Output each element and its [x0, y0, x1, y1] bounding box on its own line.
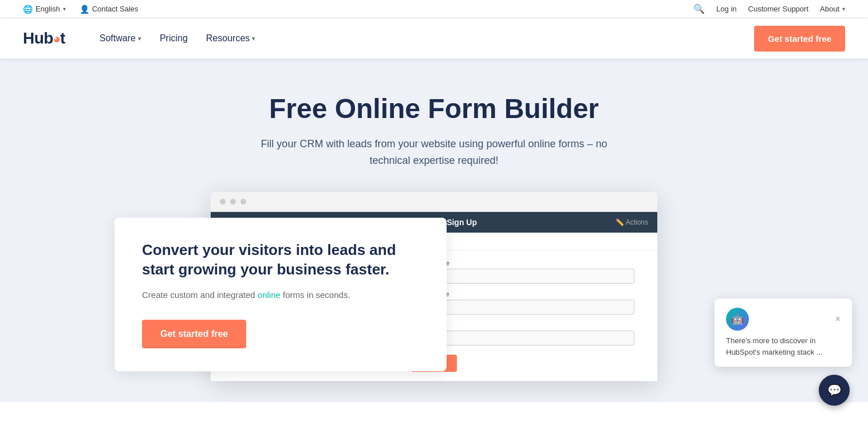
get-started-nav-button[interactable]: Get started free: [754, 26, 845, 52]
pricing-label: Pricing: [160, 33, 188, 44]
chat-bubble[interactable]: 💬: [819, 375, 850, 402]
top-bar: 🌐 English ▾ 👤 Contact Sales 🔍 Log in Cus…: [0, 0, 868, 18]
search-icon[interactable]: 🔍: [693, 3, 705, 14]
chat-tooltip-header: 🤖 ×: [726, 308, 841, 331]
logo-dot: [54, 37, 60, 42]
chat-tooltip-text: There's more to discover in HubSpot's ma…: [726, 335, 841, 358]
chevron-down-icon-software: ▾: [138, 35, 141, 42]
hero-title: Free Online Form Builder: [23, 93, 845, 124]
software-label: Software: [100, 33, 136, 44]
contact-sales-label: Contact Sales: [92, 5, 139, 13]
globe-icon: 🌐: [23, 5, 33, 14]
hero-card-title: Convert your visitors into leads and sta…: [142, 241, 419, 280]
customer-support-link[interactable]: Customer Support: [748, 5, 809, 13]
browser-chrome: [211, 192, 657, 212]
resources-nav-item[interactable]: Resources ▾: [199, 29, 262, 48]
get-started-card-button[interactable]: Get started free: [142, 320, 246, 348]
hero-card: Convert your visitors into leads and sta…: [115, 218, 447, 371]
pricing-nav-item[interactable]: Pricing: [153, 29, 195, 48]
top-bar-right: 🔍 Log in Customer Support About ▾: [693, 3, 845, 14]
about-menu[interactable]: About ▾: [820, 5, 845, 13]
hero-subtitle: Fill your CRM with leads from your websi…: [257, 136, 611, 169]
logo[interactable]: Hubt: [23, 29, 65, 48]
chat-avatar: 🤖: [726, 308, 749, 331]
chevron-down-icon-about: ▾: [842, 6, 845, 12]
browser-dot-1: [220, 199, 226, 205]
browser-dot-2: [230, 199, 236, 205]
nav-right: Get started free: [754, 26, 845, 52]
main-nav: Hubt Software ▾ Pricing Resources ▾ Get …: [0, 18, 868, 58]
software-nav-item[interactable]: Software ▾: [93, 29, 148, 48]
hero-card-subtitle: Create custom and integrated online form…: [142, 289, 419, 302]
browser-dot-3: [240, 199, 246, 205]
logo-text: Hubt: [23, 29, 65, 48]
online-link[interactable]: online: [258, 290, 281, 300]
chat-tooltip: 🤖 × There's more to discover in HubSpot'…: [715, 299, 852, 367]
nav-links: Software ▾ Pricing Resources ▾: [93, 29, 263, 48]
contact-sales-link[interactable]: 👤 Contact Sales: [80, 5, 139, 14]
chevron-down-icon: ▾: [63, 6, 66, 12]
user-icon: 👤: [80, 5, 89, 14]
top-bar-left: 🌐 English ▾ 👤 Contact Sales: [23, 5, 139, 14]
chevron-down-icon-resources: ▾: [252, 35, 255, 42]
language-selector[interactable]: 🌐 English ▾: [23, 5, 66, 14]
login-link[interactable]: Log in: [716, 5, 736, 13]
close-icon[interactable]: ×: [835, 314, 841, 324]
language-label: English: [35, 5, 60, 13]
about-label: About: [820, 5, 839, 13]
chat-icon: 💬: [827, 383, 842, 397]
resources-label: Resources: [206, 33, 250, 44]
